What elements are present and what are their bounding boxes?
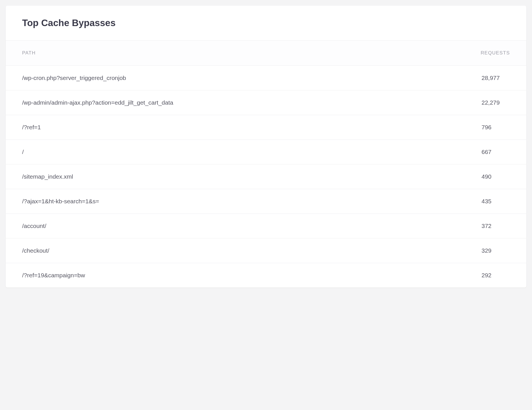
requests-cell: 796 [482, 124, 510, 131]
requests-cell: 435 [482, 198, 510, 205]
requests-cell: 22,279 [482, 99, 510, 106]
table-row: /?ref=19&campaign=bw292 [6, 263, 526, 288]
requests-cell: 329 [482, 247, 510, 254]
table-row: /wp-cron.php?server_triggered_cronjob28,… [6, 66, 526, 90]
path-cell: /?ref=19&campaign=bw [22, 272, 96, 279]
column-header-requests: REQUESTS [481, 50, 510, 56]
path-cell: /wp-admin/admin-ajax.php?action=edd_jilt… [22, 99, 185, 106]
column-header-path: PATH [22, 50, 36, 56]
card-title: Top Cache Bypasses [22, 18, 510, 28]
path-cell: /wp-cron.php?server_triggered_cronjob [22, 75, 138, 81]
path-cell: / [22, 149, 35, 155]
requests-cell: 28,977 [482, 75, 510, 81]
table-row: /?ajax=1&ht-kb-search=1&s=435 [6, 189, 526, 214]
table-row: /667 [6, 140, 526, 164]
requests-cell: 372 [482, 223, 510, 229]
path-cell: /checkout/ [22, 247, 61, 254]
table-header-row: PATH REQUESTS [6, 41, 526, 66]
path-cell: /account/ [22, 223, 58, 229]
top-cache-bypasses-card: Top Cache Bypasses PATH REQUESTS /wp-cro… [6, 6, 526, 288]
path-cell: /?ajax=1&ht-kb-search=1&s= [22, 198, 110, 205]
card-header: Top Cache Bypasses [6, 6, 526, 41]
table-row: /sitemap_index.xml490 [6, 164, 526, 189]
requests-cell: 292 [482, 272, 510, 279]
path-cell: /sitemap_index.xml [22, 173, 85, 180]
table-row: /checkout/329 [6, 238, 526, 263]
table-body: /wp-cron.php?server_triggered_cronjob28,… [6, 66, 526, 288]
table-row: /wp-admin/admin-ajax.php?action=edd_jilt… [6, 90, 526, 115]
table-row: /account/372 [6, 214, 526, 238]
requests-cell: 490 [482, 173, 510, 180]
requests-cell: 667 [482, 149, 510, 155]
path-cell: /?ref=1 [22, 124, 52, 131]
table-row: /?ref=1796 [6, 115, 526, 140]
